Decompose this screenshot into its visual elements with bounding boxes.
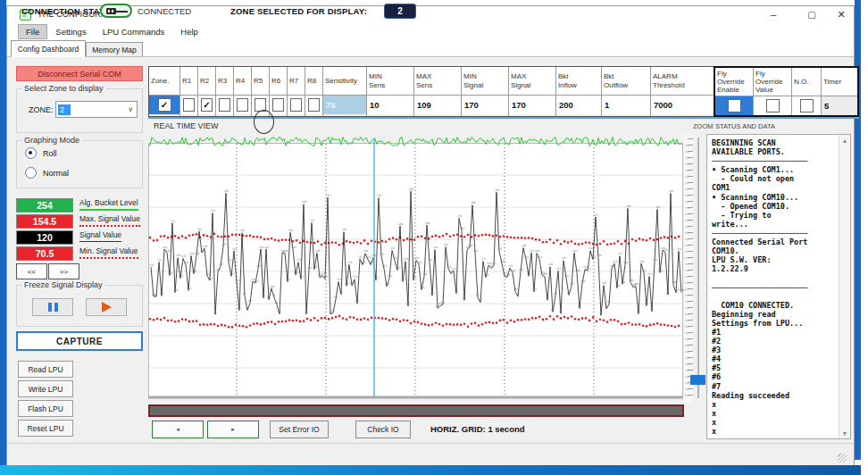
- zoom-slider-track[interactable]: [697, 138, 699, 398]
- checkbox-r3[interactable]: [219, 98, 230, 112]
- checkbox-r8[interactable]: [308, 98, 320, 112]
- capture-button[interactable]: CAPTURE: [16, 331, 143, 351]
- svg-text:97: 97: [430, 292, 434, 296]
- cell-sensitivity[interactable]: 75: [323, 96, 366, 114]
- svg-text:97: 97: [243, 292, 246, 296]
- svg-text:88: 88: [275, 301, 279, 304]
- write-lpu-button[interactable]: Write LPU: [18, 380, 73, 397]
- cell-r6: [270, 96, 287, 114]
- maximize-button[interactable]: ▢: [797, 6, 826, 22]
- col-min-sens: MIN Sens10: [367, 67, 414, 116]
- set-error-io-button[interactable]: Set Error IO: [270, 421, 329, 438]
- svg-text:135: 135: [181, 254, 187, 258]
- radio-normal[interactable]: Normal: [25, 167, 69, 179]
- header-zone: Zone.: [149, 67, 179, 96]
- svg-text:190: 190: [471, 201, 476, 204]
- cell-bkt-inflow[interactable]: 200: [556, 96, 601, 114]
- checkbox-fly-override-value[interactable]: [766, 99, 780, 112]
- read-lpu-button[interactable]: Read LPU: [18, 361, 73, 378]
- svg-text:142: 142: [232, 247, 238, 251]
- svg-text:110: 110: [254, 279, 259, 283]
- reset-lpu-button[interactable]: Reset LPU: [18, 420, 73, 437]
- scroll-down-icon[interactable]: ▼: [839, 428, 850, 438]
- header-fly-override-enable: Fly Override Enable: [715, 68, 753, 96]
- checkbox-r7[interactable]: [290, 98, 302, 112]
- svg-text:190: 190: [302, 200, 307, 204]
- chevron-down-icon: ∨: [128, 105, 133, 113]
- cell-r8: [305, 96, 322, 114]
- scroll-forward-button[interactable]: >>: [48, 263, 79, 279]
- checkbox-r4[interactable]: [237, 98, 248, 112]
- checkbox-r6[interactable]: [272, 98, 284, 112]
- svg-text:113: 113: [412, 276, 417, 279]
- svg-text:136: 136: [597, 254, 602, 257]
- cell-max-signal[interactable]: 170: [509, 96, 555, 114]
- status-log-panel[interactable]: BEGINNING SCAN AVAILABLE PORTS. ────────…: [706, 134, 851, 439]
- zone-dropdown[interactable]: 2 ∨: [55, 101, 138, 118]
- header-n-o: N.O.: [792, 68, 821, 96]
- checkbox-n-o[interactable]: [800, 99, 814, 112]
- svg-text:131: 131: [296, 258, 302, 262]
- resize-grip[interactable]: [838, 454, 847, 462]
- pause-button[interactable]: [32, 298, 73, 316]
- scroll-up-icon[interactable]: ▲: [839, 135, 850, 146]
- play-button[interactable]: [86, 298, 127, 316]
- zoom-slider-handle[interactable]: [690, 375, 705, 385]
- menu-file[interactable]: File: [18, 24, 47, 39]
- menu-help[interactable]: Help: [172, 24, 206, 39]
- tab-config-dashboard[interactable]: Config Dashboard: [11, 40, 86, 57]
- zoom-slider-ticks: [688, 138, 693, 396]
- svg-text:140: 140: [165, 249, 171, 253]
- cell-timer[interactable]: 5: [822, 96, 857, 115]
- radio-roll[interactable]: Roll: [25, 147, 57, 159]
- cell-max-sens[interactable]: 109: [414, 96, 461, 114]
- checkbox-r2[interactable]: ✓: [201, 98, 213, 112]
- svg-text:131: 131: [227, 258, 232, 262]
- cell-bkt-outflow[interactable]: 1: [602, 96, 650, 114]
- svg-text:131: 131: [653, 258, 658, 262]
- flash-lpu-button[interactable]: Flash LPU: [18, 400, 73, 417]
- menu-settings[interactable]: Settings: [47, 24, 94, 39]
- pan-left-button[interactable]: ◄: [152, 421, 204, 438]
- svg-text:122: 122: [452, 267, 457, 271]
- svg-text:162: 162: [342, 228, 347, 231]
- svg-text:77: 77: [599, 312, 603, 315]
- close-button[interactable]: ✕: [829, 6, 854, 22]
- svg-text:101: 101: [513, 288, 519, 291]
- status-log-scrollbar[interactable]: ▲ ▼: [839, 135, 850, 438]
- svg-text:107: 107: [570, 282, 575, 286]
- svg-text:117: 117: [527, 272, 532, 276]
- svg-text:106: 106: [385, 282, 390, 286]
- svg-text:119: 119: [192, 270, 197, 273]
- svg-text:78: 78: [559, 310, 563, 313]
- check-io-button[interactable]: Check IO: [355, 421, 411, 438]
- scroll-back-button[interactable]: <<: [16, 263, 47, 279]
- checkbox-fly-override-enable[interactable]: [728, 99, 741, 112]
- tab-memory-map[interactable]: Memory Map: [86, 42, 143, 57]
- svg-text:132: 132: [481, 257, 487, 261]
- header-r3: R3: [216, 67, 233, 96]
- svg-text:197: 197: [377, 194, 382, 197]
- menu-lpu-commands[interactable]: LPU Commands: [95, 24, 173, 39]
- svg-text:138: 138: [195, 252, 200, 255]
- cell-alarm-threshold[interactable]: 7000: [651, 96, 714, 114]
- realtime-view-title: REAL TIME VIEW: [154, 121, 219, 130]
- svg-text:82: 82: [238, 306, 241, 310]
- zone-label: ZONE:: [29, 105, 54, 114]
- minimize-button[interactable]: –: [759, 6, 788, 22]
- cell-min-sens[interactable]: 10: [367, 96, 413, 114]
- checkbox-r1[interactable]: [183, 98, 195, 112]
- cell-min-signal[interactable]: 170: [462, 96, 508, 114]
- svg-text:140: 140: [535, 249, 540, 253]
- legend-value: 254: [16, 198, 73, 212]
- svg-text:163: 163: [460, 227, 465, 230]
- svg-text:146: 146: [522, 244, 527, 247]
- svg-text:141: 141: [530, 249, 535, 253]
- svg-text:141: 141: [473, 249, 479, 253]
- pan-right-button[interactable]: ►: [207, 421, 259, 438]
- checkbox-zone[interactable]: ✓: [158, 98, 171, 112]
- disconnect-serial-com-button[interactable]: Disconnect Serial COM: [16, 66, 143, 81]
- cell-r2: ✓: [198, 96, 215, 114]
- config-table-override-section: Fly Override EnableFly Override ValueN.O…: [714, 66, 859, 117]
- zone-group-title: Select Zone to display: [21, 84, 106, 93]
